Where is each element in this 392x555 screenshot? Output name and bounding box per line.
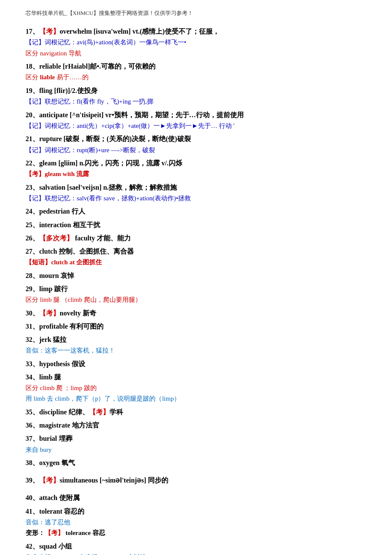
entry-30-line-0: 30、【考】novelty 新奇	[26, 307, 366, 319]
entry-37: 37、burial 埋葬来自 bury	[26, 433, 366, 455]
entry-35: 35、discipline 纪律、【考】学科	[26, 406, 366, 418]
entry-29-line-1: 区分 limb 腿 （climb 爬山，爬山要用腿）	[26, 295, 366, 306]
entry-33-line-0: 33、hypothesis 假设	[26, 358, 366, 370]
entry-23-line-1: 【记】联想记忆：salv(看作 save，拯救)+ation(表动作)•拯救	[26, 193, 366, 204]
entry-22: 22、gleam [gliim] n.闪光，闪亮；闪现，流露 v/.闪烁【考】g…	[26, 157, 366, 180]
entry-22-line-0: 22、gleam [gliim] n.闪光，闪亮；闪现，流露 v/.闪烁	[26, 157, 366, 169]
entry-24: 24、pedestrian 行人	[26, 205, 366, 217]
entry-28-line-0: 28、mourn 哀悼	[26, 270, 366, 281]
entry-24-line-0: 24、pedestrian 行人	[26, 205, 366, 217]
entry-23: 23、salvation [sael'veijsn] n.拯救，解救；解救措施【…	[26, 182, 366, 204]
entry-27-line-1: 【短语】clutch at 企图抓住	[26, 257, 366, 268]
entry-36: 36、magistrate 地方法官	[26, 419, 366, 431]
entry-40-line-0: 40、attach 使附属	[26, 492, 366, 503]
entry-27: 27、clutch 控制、企图抓住、离合器【短语】clutch at 企图抓住	[26, 246, 366, 268]
entry-33: 33、hypothesis 假设	[26, 358, 366, 370]
entry-34: 34、limb 腿区分 climb 爬 ；limp 跛的用 limb 去 cli…	[26, 371, 366, 405]
entry-20-line-1: 【记】词根记忆：anti(先）+cip(拿）+ate(做）一►先拿到一►先于… …	[26, 121, 366, 132]
entry-31-line-0: 31、profitable 有利可图的	[26, 321, 366, 332]
entry-39: 39、【考】simultaneous [~simәl'teinjәs] 同步的	[26, 474, 366, 486]
entry-19-line-0: 19、fling [flir)]/2.使投身	[26, 85, 366, 96]
entry-28: 28、mourn 哀悼	[26, 270, 366, 281]
entry-27-line-0: 27、clutch 控制、企图抓住、离合器	[26, 246, 366, 257]
entry-41-line-2: 变形：【考】 tolerance 容忍	[26, 528, 366, 539]
entry-25: 25、interaction 相互干扰	[26, 219, 366, 231]
entry-20-line-0: 20、anticipate [^n'tisipeit] vr•预料，预期，期望；…	[26, 109, 366, 121]
entry-21-line-0: 21、rupture [破裂，断裂；(关系的)决裂，断绝(使)破裂	[26, 133, 366, 145]
entry-34-line-0: 34、limb 腿	[26, 371, 366, 383]
entry-19: 19、fling [flir)]/2.使投身【记】联想记忆：fl(看作 fly，…	[26, 85, 366, 107]
entry-25-line-0: 25、interaction 相互干扰	[26, 219, 366, 231]
entry-36-line-0: 36、magistrate 地方法官	[26, 419, 366, 431]
entry-38-line-0: 38、oxygen 氧气	[26, 457, 366, 468]
content: 17、【考】overwhelm [isuva'welm] vt.(感情上)使受不…	[26, 26, 366, 555]
entry-35-line-0: 35、discipline 纪律、【考】学科	[26, 406, 366, 418]
entry-17: 17、【考】overwhelm [isuva'welm] vt.(感情上)使受不…	[26, 26, 366, 59]
entry-32-line-1: 音似：这客一一这客机，猛拉！	[26, 345, 366, 356]
entry-31: 31、profitable 有利可图的	[26, 321, 366, 332]
entry-29-line-0: 29、limp 跛行	[26, 283, 366, 295]
entry-21: 21、rupture [破裂，断裂；(关系的)决裂，断绝(使)破裂【记】词根记忆…	[26, 133, 366, 156]
entry-32-line-0: 32、jerk 猛拉	[26, 334, 366, 345]
entry-17-line-0: 17、【考】overwhelm [isuva'welm] vt.(感情上)使受不…	[26, 26, 366, 37]
entry-21-line-1: 【记】词根记忆：rupt(断)+ure —->断裂，破裂	[26, 145, 366, 156]
entry-20: 20、anticipate [^n'tisipeit] vr•预料，预期，期望；…	[26, 109, 366, 132]
entry-23-line-0: 23、salvation [sael'veijsn] n.拯救，解救；解救措施	[26, 182, 366, 193]
entry-37-line-0: 37、burial 埋葬	[26, 433, 366, 444]
entry-18-line-0: 18、reliable [rHaiabl]邮•.可靠的，可依赖的	[26, 61, 366, 72]
entry-32: 32、jerk 猛拉音似：这客一一这客机，猛拉！	[26, 334, 366, 356]
entry-39-line-0: 39、【考】simultaneous [~simәl'teinjәs] 同步的	[26, 474, 366, 486]
entry-41-line-1: 音似：逃了忍他	[26, 517, 366, 528]
entry-18-line-1: 区分 liable 易于……的	[26, 72, 366, 83]
entry-26-line-0: 26、【多次考】 faculty 才能、能力	[26, 232, 366, 244]
entry-42-line-1: 各个小组（squad）在广场（square）上讨论	[26, 552, 366, 555]
header: 芯华科技单片机_【XHMCU】搜集整理于网络资源！仅供学习参考！	[26, 9, 366, 18]
entry-30: 30、【考】novelty 新奇	[26, 307, 366, 319]
entry-42: 42、squad 小组各个小组（squad）在广场（square）上讨论	[26, 541, 366, 555]
entry-26: 26、【多次考】 faculty 才能、能力	[26, 232, 366, 244]
entry-42-line-0: 42、squad 小组	[26, 541, 366, 552]
entry-38: 38、oxygen 氧气	[26, 457, 366, 468]
entry-34-line-2: 用 limb 去 climb，爬下（p）了，说明腿是跛的（limp）	[26, 393, 366, 405]
entry-29: 29、limp 跛行区分 limb 腿 （climb 爬山，爬山要用腿）	[26, 283, 366, 306]
entry-22-line-1: 【考】gleam with 流露	[26, 169, 366, 180]
entry-41: 41、tolerant 容忍的音似：逃了忍他变形：【考】 tolerance 容…	[26, 506, 366, 539]
entry-37-line-1: 来自 bury	[26, 445, 366, 456]
entry-17-line-1: 【记】词根记忆：avi(鸟)+ation(表名词）一像鸟一样飞一•	[26, 37, 366, 48]
entry-34-line-1: 区分 climb 爬 ；limp 跛的	[26, 383, 366, 394]
entry-40: 40、attach 使附属	[26, 492, 366, 503]
entry-17-line-2: 区分 navigation 导航	[26, 48, 366, 59]
entry-18: 18、reliable [rHaiabl]邮•.可靠的，可依赖的区分 liabl…	[26, 61, 366, 83]
entry-19-line-1: 【记】联想记忆：fl(看作 fly，飞)+ing 一扔,掷	[26, 96, 366, 107]
entry-41-line-0: 41、tolerant 容忍的	[26, 506, 366, 517]
